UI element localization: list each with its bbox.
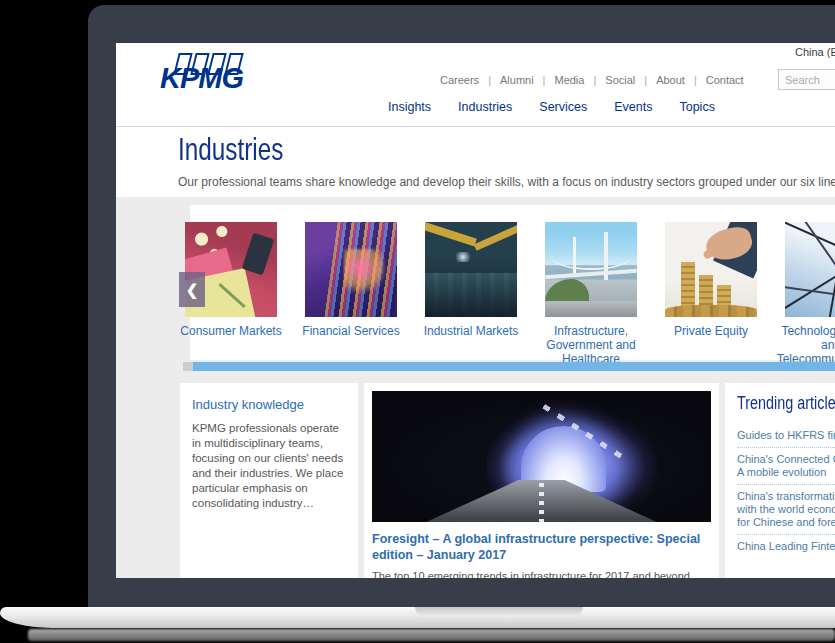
carousel-scrollbar-thumb[interactable] [193,362,835,371]
card-label[interactable]: Technology, Media and Telecommunications [773,324,835,366]
technology-image [785,222,835,317]
browser-screen: KPMG China (EN) Careers | Alumni | Media… [116,43,835,578]
utility-nav-contact[interactable]: Contact [706,74,744,86]
card-private-equity[interactable]: Private Equity [665,222,757,366]
nav-separator: | [543,74,546,86]
card-infrastructure-government-healthcare[interactable]: Infrastructure, Government and Healthcar… [545,222,637,366]
card-label[interactable]: Consumer Markets [173,324,289,338]
search-input[interactable] [778,69,835,90]
card-label[interactable]: Financial Services [293,324,409,338]
utility-nav-social[interactable]: Social [605,74,635,86]
page-title: Industries [178,131,283,168]
featured-article-panel: Foresight – A global infrastructure pers… [364,383,719,578]
industrial-markets-image [425,222,517,317]
main-nav-services[interactable]: Services [539,100,587,114]
kpmg-logo[interactable]: KPMG [160,53,272,101]
card-industrial-markets[interactable]: Industrial Markets [425,222,517,366]
chevron-left-icon: ❮ [186,281,199,299]
main-nav-topics[interactable]: Topics [679,100,714,114]
infrastructure-image [545,222,637,317]
nav-separator: | [593,74,596,86]
industry-knowledge-heading[interactable]: Industry knowledge [192,397,346,412]
card-label[interactable]: Infrastructure, Government and Healthcar… [533,324,649,366]
laptop-mockup: KPMG China (EN) Careers | Alumni | Media… [0,0,835,643]
page-intro: Our professional teams share knowledge a… [178,175,835,189]
card-label[interactable]: Industrial Markets [413,324,529,338]
trending-article-link[interactable]: China Leading Fintech 50 [737,535,835,558]
region-selector[interactable]: China (EN) [795,46,835,58]
trending-articles-panel: Trending articles Guides to HKFRS financ… [725,383,835,578]
main-nav-insights[interactable]: Insights [388,100,431,114]
utility-nav-alumni[interactable]: Alumni [500,74,534,86]
site-header: KPMG China (EN) Careers | Alumni | Media… [116,43,835,127]
carousel-prev-button[interactable]: ❮ [179,272,205,307]
utility-nav-about[interactable]: About [656,74,685,86]
card-technology-media-telecom[interactable]: Technology, Media and Telecommunications [785,222,835,366]
featured-article-title[interactable]: Foresight – A global infrastructure pers… [372,531,711,563]
trending-article-link[interactable]: Guides to HKFRS financial statements [737,424,835,448]
industry-knowledge-panel: Industry knowledge KPMG professionals op… [180,383,358,578]
main-nav: Insights Industries Services Events Topi… [388,100,715,114]
laptop-notch [415,607,583,617]
industry-knowledge-body: KPMG professionals operate in multidisci… [192,421,346,511]
main-nav-events[interactable]: Events [614,100,652,114]
private-equity-image [665,222,757,317]
utility-nav-careers[interactable]: Careers [440,74,479,86]
trending-article-link[interactable]: China's transformation and integration w… [737,485,835,535]
main-nav-industries[interactable]: Industries [458,100,512,114]
laptop-shadow [28,629,835,641]
nav-separator: | [488,74,491,86]
featured-article-summary: The top 10 emerging trends in infrastruc… [372,569,711,578]
nav-separator: | [694,74,697,86]
card-financial-services[interactable]: Financial Services [305,222,397,366]
kpmg-logo-text: KPMG [160,62,243,95]
utility-nav-media[interactable]: Media [554,74,584,86]
utility-nav: Careers | Alumni | Media | Social | Abou… [440,74,744,86]
trending-article-link[interactable]: China's Connected Consumers 2016 – A mob… [737,448,835,485]
tunnel-photo[interactable] [372,391,711,522]
nav-separator: | [644,74,647,86]
card-label[interactable]: Private Equity [653,324,769,338]
industry-carousel: Consumer Markets Financial Services Indu… [185,222,835,366]
financial-services-image [305,222,397,317]
trending-articles-heading: Trending articles [737,393,835,414]
